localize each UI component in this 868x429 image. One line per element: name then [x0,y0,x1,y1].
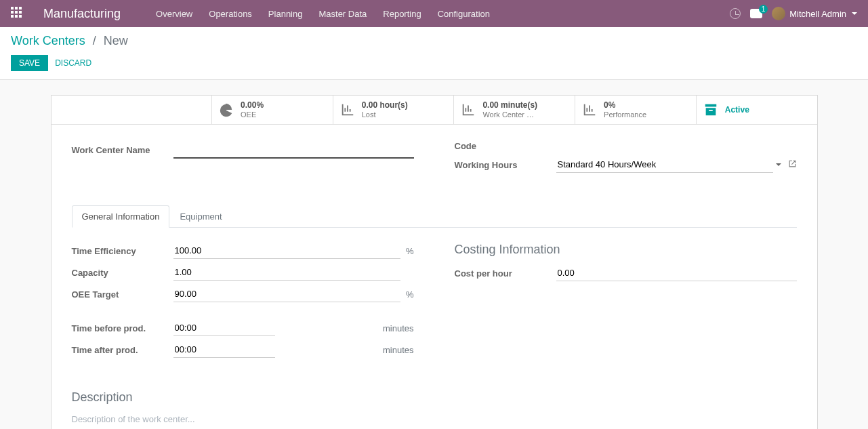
bar-chart-icon [461,102,476,117]
app-title: Manufacturing [43,7,121,21]
stat-performance[interactable]: 0% Performance [575,96,696,124]
oee-target-suffix: % [406,289,414,300]
oee-target-input[interactable] [173,286,400,302]
pie-chart-icon [219,102,234,117]
description-title: Description [72,390,797,405]
cost-per-hour-input[interactable] [556,265,797,281]
working-hours-input[interactable] [556,157,773,173]
menu-operations[interactable]: Operations [201,0,260,27]
working-hours-label: Working Hours [455,160,556,170]
stat-active[interactable]: Active [696,96,817,124]
activities-icon[interactable] [730,8,741,19]
stat-lost-label: Lost [362,110,408,119]
external-link-icon[interactable] [788,159,797,170]
form-area: 0.00% OEE 0.00 hour(s) Lost 0.00 minute(… [0,95,868,429]
stat-load-label: Work Center … [482,110,537,119]
cp-buttons: SAVE DISCARD [11,55,857,71]
discard-button[interactable]: DISCARD [55,58,91,68]
stat-oee[interactable]: 0.00% OEE [211,96,333,124]
stat-load[interactable]: 0.00 minute(s) Work Center … [453,96,575,124]
menu-planning[interactable]: Planning [260,0,311,27]
stat-oee-value: 0.00% [241,100,264,110]
stat-active-value: Active [725,105,749,115]
control-panel: Work Centers / New SAVE DISCARD [0,27,868,80]
capacity-label: Capacity [72,268,173,278]
stat-performance-label: Performance [604,110,646,119]
time-after-input[interactable] [173,342,275,358]
chat-badge: 1 [759,5,768,14]
bar-chart-icon [582,102,597,117]
stat-lost-value: 0.00 hour(s) [362,100,408,110]
menu-overview[interactable]: Overview [148,0,201,27]
tab-equipment[interactable]: Equipment [169,205,232,228]
capacity-input[interactable] [173,264,400,281]
dropdown-caret-icon[interactable] [776,163,781,166]
oee-target-label: OEE Target [72,289,173,300]
time-before-input[interactable] [173,320,275,336]
user-menu[interactable]: Mitchell Admin [772,7,857,20]
save-button[interactable]: SAVE [11,55,48,71]
time-efficiency-label: Time Efficiency [72,246,173,256]
cost-per-hour-label: Cost per hour [455,268,556,279]
messaging-icon[interactable]: 1 [750,9,762,18]
menu-configuration[interactable]: Configuration [430,0,498,27]
user-name: Mitchell Admin [789,9,846,19]
breadcrumb-current: New [104,34,128,47]
stat-performance-value: 0% [604,100,646,110]
breadcrumb: Work Centers / New [11,34,857,48]
time-before-label: Time before prod. [72,323,173,333]
costing-title: Costing Information [455,243,797,257]
time-efficiency-input[interactable] [173,243,400,259]
tab-general-information[interactable]: General Information [72,205,170,228]
stat-buttons: 0.00% OEE 0.00 hour(s) Lost 0.00 minute(… [51,96,817,125]
archive-icon [703,102,718,117]
topbar: Manufacturing Overview Operations Planni… [0,0,868,27]
time-efficiency-suffix: % [406,246,414,256]
apps-icon[interactable] [11,7,24,20]
menu-reporting[interactable]: Reporting [375,0,429,27]
time-after-suffix: minutes [383,345,414,355]
tabs: General Information Equipment [72,205,797,228]
menu-master-data[interactable]: Master Data [310,0,375,27]
work-center-name-label: Work Center Name [72,145,173,155]
tab-content-general: Time Efficiency % Capacity % OEE Target [72,228,797,426]
form-sheet: 0.00% OEE 0.00 hour(s) Lost 0.00 minute(… [51,95,818,429]
stat-oee-label: OEE [241,110,264,119]
avatar [772,7,785,20]
breadcrumb-parent[interactable]: Work Centers [11,34,85,47]
caret-down-icon [852,12,857,15]
stat-lost[interactable]: 0.00 hour(s) Lost [333,96,454,124]
description-input[interactable]: Description of the work center... [72,413,797,426]
bar-chart-icon [340,102,355,117]
topbar-right: 1 Mitchell Admin [730,7,857,20]
breadcrumb-sep: / [93,34,96,47]
code-label: Code [455,141,556,151]
time-after-label: Time after prod. [72,345,173,355]
form-body: Work Center Name Code Working Hours [51,125,817,429]
time-before-suffix: minutes [383,323,414,333]
work-center-name-input[interactable] [173,141,414,159]
top-menu: Overview Operations Planning Master Data… [148,0,498,27]
stat-load-value: 0.00 minute(s) [482,100,537,110]
